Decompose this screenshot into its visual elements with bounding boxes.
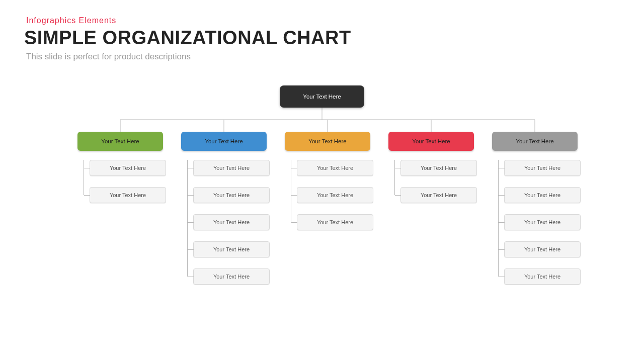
child-list-1: Your Text HereYour Text HereYour Text He… xyxy=(181,160,267,285)
spine xyxy=(291,160,291,222)
child-label: Your Text Here xyxy=(524,246,560,252)
branch-label: Your Text Here xyxy=(205,138,243,144)
child-label: Your Text Here xyxy=(213,192,250,198)
slide-header: Infographics Elements SIMPLE ORGANIZATIO… xyxy=(26,16,351,62)
slide-subtitle: This slide is perfect for product descri… xyxy=(26,52,351,62)
spine xyxy=(187,160,188,277)
child-label: Your Text Here xyxy=(524,165,560,171)
child-node: Your Text Here xyxy=(504,214,581,230)
child-node: Your Text Here xyxy=(297,187,373,203)
child-node: Your Text Here xyxy=(504,187,581,203)
branch-head-2: Your Text Here xyxy=(285,132,370,151)
child-node: Your Text Here xyxy=(297,214,373,230)
child-node: Your Text Here xyxy=(400,187,477,203)
branch-head-0: Your Text Here xyxy=(77,132,163,151)
child-list-4: Your Text HereYour Text HereYour Text He… xyxy=(492,160,578,285)
branch-1: Your Text HereYour Text HereYour Text He… xyxy=(181,132,267,285)
child-node: Your Text Here xyxy=(400,160,477,176)
branch-head-4: Your Text Here xyxy=(492,132,578,151)
spine xyxy=(498,160,499,277)
child-node: Your Text Here xyxy=(193,160,270,176)
child-node: Your Text Here xyxy=(193,187,270,203)
child-label: Your Text Here xyxy=(524,274,560,280)
branch-2: Your Text HereYour Text HereYour Text He… xyxy=(285,132,370,230)
root-node: Your Text Here xyxy=(280,85,364,108)
slide-kicker: Infographics Elements xyxy=(26,16,351,25)
child-label: Your Text Here xyxy=(213,219,250,225)
child-node: Your Text Here xyxy=(297,160,373,176)
branch-0: Your Text HereYour Text HereYour Text He… xyxy=(77,132,163,203)
branch-head-1: Your Text Here xyxy=(181,132,267,151)
child-node: Your Text Here xyxy=(504,160,581,176)
child-label: Your Text Here xyxy=(421,192,457,198)
child-list-2: Your Text HereYour Text HereYour Text He… xyxy=(285,160,370,230)
branch-3: Your Text HereYour Text HereYour Text He… xyxy=(388,132,474,203)
spine xyxy=(394,160,395,195)
branch-label: Your Text Here xyxy=(412,138,450,144)
child-node: Your Text Here xyxy=(504,268,581,285)
child-label: Your Text Here xyxy=(421,165,457,171)
child-label: Your Text Here xyxy=(213,165,250,171)
child-label: Your Text Here xyxy=(213,246,250,252)
slide-title: SIMPLE ORGANIZATIONAL CHART xyxy=(24,27,351,49)
child-label: Your Text Here xyxy=(524,219,560,225)
child-label: Your Text Here xyxy=(317,165,353,171)
child-node: Your Text Here xyxy=(90,160,166,176)
branch-4: Your Text HereYour Text HereYour Text He… xyxy=(492,132,578,285)
branch-label: Your Text Here xyxy=(308,138,346,144)
child-node: Your Text Here xyxy=(193,214,270,230)
child-label: Your Text Here xyxy=(524,192,560,198)
child-list-3: Your Text HereYour Text Here xyxy=(388,160,474,203)
child-label: Your Text Here xyxy=(317,192,353,198)
root-label: Your Text Here xyxy=(303,94,341,100)
child-node: Your Text Here xyxy=(90,187,166,203)
child-label: Your Text Here xyxy=(110,165,146,171)
branch-label: Your Text Here xyxy=(516,138,553,144)
child-node: Your Text Here xyxy=(193,241,270,257)
child-label: Your Text Here xyxy=(317,219,353,225)
branch-label: Your Text Here xyxy=(101,138,139,144)
child-list-0: Your Text HereYour Text Here xyxy=(77,160,163,203)
child-node: Your Text Here xyxy=(504,241,581,257)
branch-head-3: Your Text Here xyxy=(388,132,474,151)
child-label: Your Text Here xyxy=(110,192,146,198)
spine xyxy=(84,160,84,195)
child-node: Your Text Here xyxy=(193,268,270,285)
child-label: Your Text Here xyxy=(213,274,250,280)
